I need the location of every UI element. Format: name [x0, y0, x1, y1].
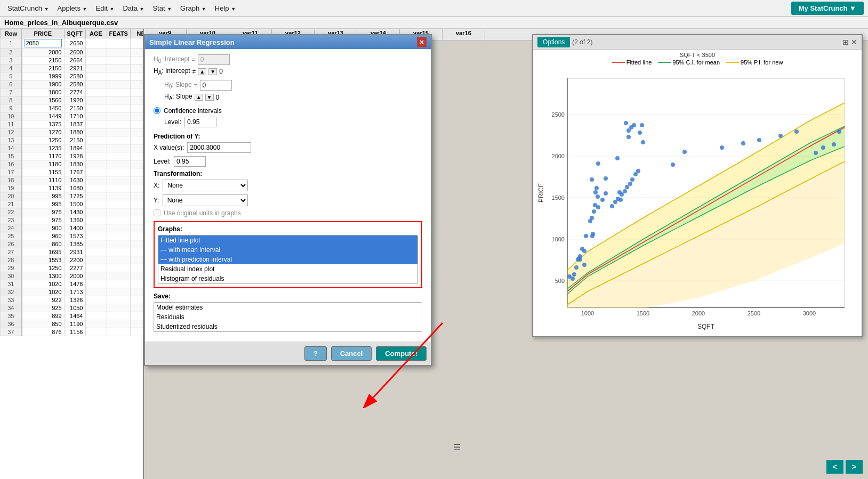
graph-option-histogram[interactable]: Histogram of residuals	[158, 274, 417, 283]
col-var16: var16	[443, 29, 485, 40]
ci-level-input[interactable]	[184, 117, 216, 127]
transform-y-label: Y:	[154, 197, 159, 204]
svg-point-69	[625, 185, 629, 189]
compute-button[interactable]: Compute!	[376, 346, 427, 361]
svg-text:2000: 2000	[552, 153, 565, 159]
svg-point-31	[626, 135, 631, 139]
table-row: 219951500	[1, 200, 144, 208]
graphs-section: Graphs: Fitted line plot — with mean int…	[154, 221, 422, 288]
next-button[interactable]: >	[846, 460, 863, 474]
graphs-listbox[interactable]: Fitted line plot — with mean interval — …	[158, 235, 418, 284]
use-original-checkbox[interactable]	[154, 209, 160, 216]
transform-x-select[interactable]: None	[163, 180, 248, 191]
save-listbox[interactable]: Model estimates Residuals Studentized re…	[154, 302, 422, 332]
menu-applets[interactable]: Applets ▼	[54, 3, 91, 13]
transform-y-select[interactable]: None	[163, 194, 248, 206]
h0-slope-label: H0: Slope	[164, 81, 192, 90]
save-option-model[interactable]: Model estimates	[154, 303, 422, 312]
table-row: 3013002000	[1, 272, 144, 280]
transformation-title: Transformation:	[154, 170, 422, 177]
confidence-intervals-radio[interactable]	[154, 107, 160, 114]
ha-intercept-arrow-down[interactable]: ▼	[208, 68, 217, 75]
table-row: 1014491710	[1, 112, 144, 120]
ha-intercept-sym: ≠	[192, 68, 196, 75]
table-row: 1113751837	[1, 120, 144, 128]
col-header-ne: NE	[130, 29, 144, 38]
graph-subtitle: SQFT < 3500	[535, 52, 859, 58]
save-section: Save: Model estimates Residuals Studenti…	[154, 293, 422, 332]
graph-options-button[interactable]: Options	[537, 37, 570, 47]
table-row: 2815532200	[1, 256, 144, 264]
svg-point-51	[574, 265, 578, 270]
cancel-button[interactable]: Cancel	[331, 346, 372, 361]
ha-slope-val: 0	[216, 94, 220, 101]
graph-expand-icon[interactable]: ⊞	[842, 38, 849, 46]
graph-option-fitted[interactable]: Fitted line plot	[158, 236, 417, 245]
save-option-studentized[interactable]: Studentized residuals	[154, 322, 422, 331]
svg-point-42	[592, 209, 596, 214]
col-header-age: AGE	[85, 29, 107, 38]
pred-level-input[interactable]	[174, 156, 206, 167]
price-input-row1[interactable]	[25, 39, 62, 47]
table-row: 914502150	[1, 104, 144, 112]
svg-text:1500: 1500	[637, 310, 649, 316]
col-header-sqft: SQFT	[64, 29, 85, 38]
svg-point-57	[590, 234, 594, 238]
ha-slope-arrow-down[interactable]: ▼	[205, 94, 214, 101]
prev-button[interactable]: <	[826, 460, 843, 474]
svg-point-74	[671, 163, 675, 167]
svg-point-58	[577, 256, 581, 261]
h0-slope-input[interactable]	[200, 80, 232, 91]
table-row: 349251050	[1, 304, 144, 312]
svg-point-37	[594, 186, 599, 190]
table-row: 3210201713	[1, 288, 144, 296]
my-statcrunch-button[interactable]: My StatCrunch ▼	[791, 2, 864, 15]
table-row: 1511701928	[1, 152, 144, 160]
svg-point-53	[615, 156, 620, 160]
table-row: 1611801830	[1, 160, 144, 168]
svg-point-28	[632, 123, 636, 127]
h0-intercept-eq: =	[192, 56, 196, 63]
table-row: 1312502150	[1, 136, 144, 144]
h0-intercept-input[interactable]	[198, 54, 230, 65]
col-header-row: Row	[1, 29, 22, 38]
legend-pi-new: 95% P.I. for new	[741, 59, 783, 66]
graph-option-pred-interval[interactable]: — with prediction interval	[158, 255, 417, 264]
svg-point-56	[584, 234, 588, 238]
ha-intercept-val: 0	[219, 68, 223, 75]
svg-point-39	[596, 194, 600, 199]
dialog-close-button[interactable]: ×	[417, 37, 427, 47]
svg-point-82	[821, 145, 825, 150]
menu-graph[interactable]: Graph ▼	[177, 3, 210, 13]
table-row: 268601385	[1, 240, 144, 248]
dialog-title: Simple Linear Regression	[149, 38, 235, 46]
x-values-input[interactable]	[187, 142, 251, 153]
ha-intercept-label: HA: Intercept	[154, 67, 190, 76]
graph-option-residual-index[interactable]: Residual index plot	[158, 264, 417, 274]
menu-statcrunch[interactable]: StatCrunch ▼	[4, 3, 52, 13]
help-button[interactable]: ?	[304, 346, 327, 361]
svg-point-38	[604, 191, 608, 196]
graph-close-icon[interactable]: ✕	[851, 38, 857, 46]
hamburger-icon[interactable]: ☰	[453, 442, 461, 452]
save-option-residuals[interactable]: Residuals	[154, 312, 422, 322]
ha-slope-arrow-up[interactable]: ▲	[195, 94, 203, 101]
svg-point-33	[596, 161, 600, 166]
svg-point-63	[610, 204, 614, 208]
svg-point-73	[636, 169, 640, 173]
svg-point-35	[590, 177, 594, 182]
svg-point-52	[641, 140, 645, 144]
ha-intercept-arrow-up[interactable]: ▲	[198, 68, 206, 75]
svg-point-61	[572, 272, 576, 277]
menu-data[interactable]: Data ▼	[119, 3, 147, 13]
col-header-price: PRICE	[22, 29, 65, 38]
menu-stat[interactable]: Stat ▼	[149, 3, 175, 13]
scatter-plot: PRICE SQFT 500 1000 1500 2000	[535, 68, 855, 334]
graph-page-indicator: (2 of 2)	[572, 38, 592, 46]
menu-edit[interactable]: Edit ▼	[92, 3, 117, 13]
use-original-label: Use original units in graphs	[164, 209, 241, 217]
svg-point-32	[638, 131, 642, 135]
graph-option-mean-interval[interactable]: — with mean interval	[158, 245, 417, 255]
menu-help[interactable]: Help ▼	[212, 3, 239, 13]
svg-text:1000: 1000	[552, 236, 565, 242]
